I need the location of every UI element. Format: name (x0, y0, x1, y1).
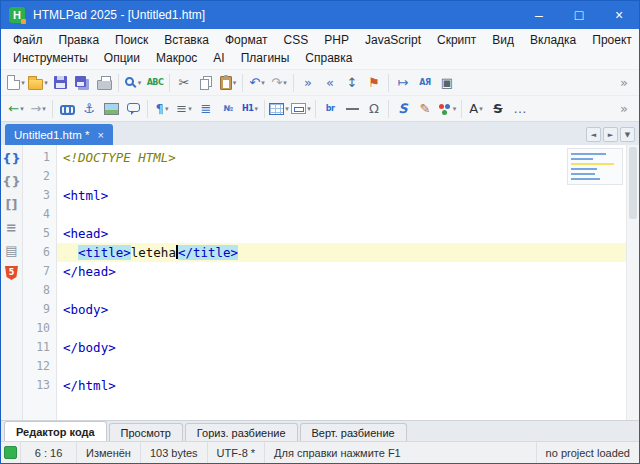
menu-item-7[interactable]: PHP (316, 31, 357, 49)
view-tab-2[interactable]: Просмотр (109, 423, 183, 441)
dropdown-arrow-icon[interactable]: ▾ (21, 79, 25, 87)
back-icon[interactable]: ←▾ (5, 98, 27, 120)
menu-item-4[interactable]: Вставка (156, 31, 217, 49)
menu-item-12[interactable]: Проект (584, 31, 640, 49)
horizontal-rule-icon[interactable] (341, 98, 363, 120)
html5-validator-icon[interactable]: 5 (3, 265, 21, 281)
vertical-scrollbar[interactable] (626, 145, 639, 420)
save-icon[interactable] (49, 72, 71, 94)
code-line[interactable] (57, 281, 639, 300)
menu-item-10[interactable]: Вид (484, 31, 522, 49)
save-all-icon[interactable] (71, 72, 93, 94)
font-icon[interactable]: A▾ (465, 98, 487, 120)
menu-item-1[interactable]: Инструменты (5, 49, 96, 67)
view-tab-4[interactable]: Верт. разбиение (300, 423, 407, 441)
dropdown-arrow-icon[interactable]: ▾ (283, 79, 287, 87)
menu-item-5[interactable]: Формат (217, 31, 276, 49)
code-line[interactable]: </head> (57, 262, 639, 281)
numbered-list-icon[interactable]: № (217, 98, 239, 120)
image-icon[interactable] (100, 98, 122, 120)
brackets-icon[interactable]: [] (3, 196, 21, 212)
tab-list-icon[interactable]: ▼ (620, 127, 635, 142)
code-braces-icon[interactable]: {} (3, 173, 21, 189)
code-line[interactable]: <body> (57, 300, 639, 319)
menu-item-3[interactable]: Макрос (148, 49, 205, 67)
dropdown-arrow-icon[interactable]: ▾ (188, 105, 192, 113)
more-icon[interactable]: … (509, 98, 531, 120)
search-icon[interactable]: ▾ (122, 72, 144, 94)
print-icon[interactable] (93, 72, 115, 94)
special-char-icon[interactable]: Ω (363, 98, 385, 120)
new-file-icon[interactable]: ▾ (5, 72, 27, 94)
dropdown-arrow-icon[interactable]: ▾ (307, 105, 311, 113)
minimize-button[interactable]: – (519, 1, 559, 29)
list-icon[interactable]: ≡ (3, 219, 21, 235)
code-line[interactable]: </html> (57, 376, 639, 395)
code-line[interactable] (57, 167, 639, 186)
dropdown-arrow-icon[interactable]: ▾ (44, 79, 48, 87)
anchor-icon[interactable]: ⚓ (78, 98, 100, 120)
menu-item-1[interactable]: Файл (5, 31, 51, 49)
spell-check-icon[interactable]: ABC (144, 72, 166, 94)
code-line[interactable] (57, 357, 639, 376)
copy-icon[interactable] (195, 72, 217, 94)
text-format-icon[interactable]: ≡▾ (173, 98, 195, 120)
comment-icon[interactable] (122, 98, 144, 120)
hyperlink-icon[interactable] (56, 98, 78, 120)
dropdown-arrow-icon[interactable]: ▾ (285, 105, 289, 113)
paste-icon[interactable]: ▾ (217, 72, 239, 94)
menu-item-9[interactable]: Скрипт (429, 31, 484, 49)
maximize-button[interactable]: □ (559, 1, 599, 29)
bullet-list-icon[interactable]: ≣ (195, 98, 217, 120)
code-line[interactable]: </body> (57, 338, 639, 357)
code-line-current[interactable]: <title>leteha</title> (57, 243, 639, 262)
menu-item-5[interactable]: Плагины (233, 49, 298, 67)
dropdown-arrow-icon[interactable]: ▾ (233, 79, 237, 87)
table-icon[interactable]: ▾ (268, 98, 290, 120)
status-indicator[interactable] (1, 442, 21, 463)
menu-item-11[interactable]: Вкладка (522, 31, 584, 49)
toolbar-overflow-icon[interactable]: » (613, 72, 635, 94)
paragraph-icon[interactable]: ¶▾ (151, 98, 173, 120)
cut-icon[interactable]: ✂ (173, 72, 195, 94)
title-bar[interactable]: H HTMLPad 2025 - [Untitled1.htm] – □ × (1, 1, 639, 29)
dropdown-arrow-icon[interactable]: ▾ (479, 105, 483, 113)
code-line[interactable]: <html> (57, 186, 639, 205)
dropdown-arrow-icon[interactable]: ▾ (20, 105, 24, 113)
redo-icon[interactable]: ↷▾ (268, 72, 290, 94)
code-line[interactable] (57, 319, 639, 338)
menu-item-4[interactable]: AI (205, 49, 232, 67)
toolbar-overflow-icon[interactable]: » (613, 98, 635, 120)
undo-icon[interactable]: ↶▾ (246, 72, 268, 94)
menu-item-2[interactable]: Опции (96, 49, 148, 67)
forward-icon[interactable]: →▾ (27, 98, 49, 120)
goto-line-icon[interactable]: ↦ (392, 72, 414, 94)
tab-close-icon[interactable]: × (97, 129, 103, 141)
line-break-icon[interactable]: br (319, 98, 341, 120)
dropdown-arrow-icon[interactable]: ▾ (254, 105, 258, 113)
dropdown-arrow-icon[interactable]: ▾ (42, 105, 46, 113)
style-brush-icon[interactable]: ✎ (414, 98, 436, 120)
form-icon[interactable]: ▾ (290, 98, 312, 120)
tab-untitled1[interactable]: Untitled1.htm * × (5, 124, 113, 145)
close-button[interactable]: × (599, 1, 639, 29)
menu-item-2[interactable]: Правка (51, 31, 108, 49)
code-line[interactable]: <head> (57, 224, 639, 243)
strikethrough-icon[interactable]: S (487, 98, 509, 120)
fullscreen-icon[interactable]: ▣ (436, 72, 458, 94)
menu-item-3[interactable]: Поиск (107, 31, 156, 49)
snippets-icon[interactable]: {} (3, 150, 21, 166)
translate-icon[interactable]: АЯ (414, 72, 436, 94)
dropdown-arrow-icon[interactable]: ▾ (165, 105, 169, 113)
script-icon[interactable]: S (392, 98, 414, 120)
code-line[interactable] (57, 205, 639, 224)
menu-item-8[interactable]: JavaScript (357, 31, 429, 49)
menu-item-6[interactable]: CSS (276, 31, 317, 49)
minimap[interactable] (567, 148, 623, 185)
scrollbar-thumb[interactable] (629, 147, 637, 219)
view-tab-3[interactable]: Гориз. разбиение (185, 423, 298, 441)
heading-icon[interactable]: H1▾ (239, 98, 261, 120)
tab-scroll-right-icon[interactable]: ► (603, 127, 618, 142)
indent-icon[interactable]: » (297, 72, 319, 94)
tab-scroll-left-icon[interactable]: ◄ (586, 127, 601, 142)
